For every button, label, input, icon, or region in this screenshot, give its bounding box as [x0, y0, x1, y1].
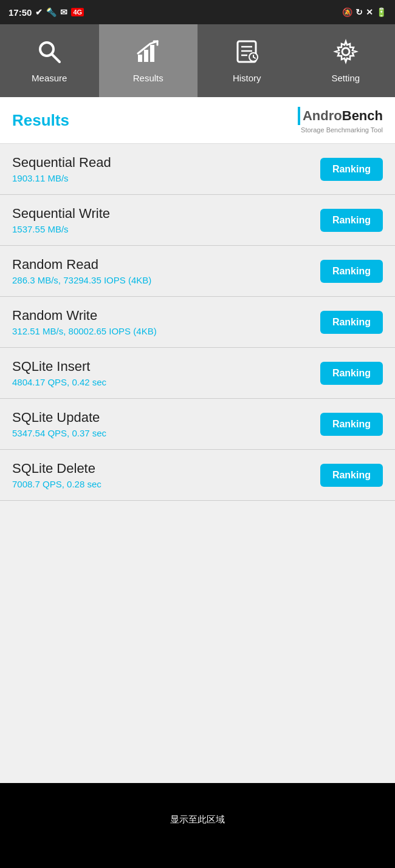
status-mute-icon: 🔕 — [342, 7, 352, 17]
ranking-btn-random-read[interactable]: Ranking — [320, 260, 383, 283]
status-battery-icon: 🔋 — [376, 7, 386, 17]
brand-sub-text: Storage Benchmarking Tool — [298, 126, 383, 134]
status-left: 17:50 ✔ 🔦 ✉ 4G — [9, 7, 84, 18]
empty-space — [0, 501, 395, 622]
tab-measure[interactable]: Measure — [0, 24, 99, 97]
svg-rect-3 — [144, 50, 148, 62]
result-value-random-write: 312.51 MB/s, 80002.65 IOPS (4KB) — [12, 326, 157, 336]
status-right: 🔕 ↻ ✕ 🔋 — [342, 7, 386, 17]
result-info-sqlite-delete: SQLite Delete 7008.7 QPS, 0.28 sec — [12, 461, 101, 489]
status-x-icon: ✕ — [366, 7, 373, 17]
result-list: Sequential Read 1903.11 MB/s Ranking Seq… — [0, 144, 395, 501]
results-icon — [136, 39, 161, 68]
result-info-random-write: Random Write 312.51 MB/s, 80002.65 IOPS … — [12, 308, 157, 336]
ranking-btn-sqlite-delete[interactable]: Ranking — [320, 464, 383, 487]
result-value-sqlite-delete: 7008.7 QPS, 0.28 sec — [12, 479, 101, 489]
tab-measure-label: Measure — [32, 73, 67, 83]
setting-icon — [333, 39, 359, 68]
ranking-btn-sqlite-insert[interactable]: Ranking — [320, 362, 383, 385]
brand-bar-decoration — [298, 107, 300, 125]
result-info-sequential-read: Sequential Read 1903.11 MB/s — [12, 155, 111, 183]
measure-icon — [36, 39, 62, 68]
status-rotate-icon: ↻ — [355, 7, 363, 17]
status-compass-icon: 🔦 — [46, 7, 57, 17]
result-value-sqlite-insert: 4804.17 QPS, 0.42 sec — [12, 377, 106, 387]
results-header: Results AndroBench Storage Benchmarking … — [0, 97, 395, 144]
result-row-sqlite-update: SQLite Update 5347.54 QPS, 0.37 sec Rank… — [0, 399, 395, 450]
page-content: Results AndroBench Storage Benchmarking … — [0, 97, 395, 783]
status-network-icon: 4G — [71, 8, 84, 16]
result-value-sqlite-update: 5347.54 QPS, 0.37 sec — [12, 428, 106, 438]
result-name-sequential-write: Sequential Write — [12, 206, 110, 222]
tab-history-label: History — [233, 73, 261, 83]
result-info-sqlite-insert: SQLite Insert 4804.17 QPS, 0.42 sec — [12, 359, 106, 387]
history-icon — [234, 39, 259, 68]
svg-point-12 — [342, 48, 349, 55]
brand-name: AndroBench — [298, 107, 383, 125]
ranking-btn-sequential-write[interactable]: Ranking — [320, 209, 383, 232]
result-row-sqlite-delete: SQLite Delete 7008.7 QPS, 0.28 sec Ranki… — [0, 450, 395, 501]
status-bar: 17:50 ✔ 🔦 ✉ 4G 🔕 ↻ ✕ 🔋 — [0, 0, 395, 24]
nav-tabs: Measure Results History — [0, 24, 395, 97]
tab-results[interactable]: Results — [99, 24, 198, 97]
ranking-btn-sqlite-update[interactable]: Ranking — [320, 413, 383, 436]
ranking-btn-sequential-read[interactable]: Ranking — [320, 158, 383, 181]
result-value-random-read: 286.3 MB/s, 73294.35 IOPS (4KB) — [12, 275, 151, 285]
bottom-text: 显示至此区域 — [170, 814, 225, 826]
result-name-sqlite-update: SQLite Update — [12, 410, 106, 426]
brand-logo: AndroBench Storage Benchmarking Tool — [298, 107, 383, 134]
result-row-random-write: Random Write 312.51 MB/s, 80002.65 IOPS … — [0, 297, 395, 348]
result-info-random-read: Random Read 286.3 MB/s, 73294.35 IOPS (4… — [12, 257, 151, 285]
tab-history[interactable]: History — [197, 24, 297, 97]
result-row-random-read: Random Read 286.3 MB/s, 73294.35 IOPS (4… — [0, 246, 395, 297]
tab-results-label: Results — [133, 73, 163, 83]
svg-rect-4 — [150, 45, 154, 62]
result-name-sqlite-insert: SQLite Insert — [12, 359, 106, 375]
tab-setting[interactable]: Setting — [297, 24, 396, 97]
brand-bench-text: Bench — [342, 108, 383, 124]
ranking-btn-random-write[interactable]: Ranking — [320, 311, 383, 334]
results-page-title: Results — [12, 111, 69, 130]
result-row-sequential-write: Sequential Write 1537.55 MB/s Ranking — [0, 195, 395, 246]
result-value-sequential-write: 1537.55 MB/s — [12, 224, 110, 234]
result-name-sequential-read: Sequential Read — [12, 155, 111, 171]
result-value-sequential-read: 1903.11 MB/s — [12, 173, 111, 183]
result-name-random-write: Random Write — [12, 308, 157, 324]
result-info-sequential-write: Sequential Write 1537.55 MB/s — [12, 206, 110, 234]
result-name-random-read: Random Read — [12, 257, 151, 273]
svg-rect-2 — [138, 55, 142, 62]
status-check-icon: ✔ — [35, 7, 43, 17]
status-time: 17:50 — [9, 7, 32, 18]
result-row-sqlite-insert: SQLite Insert 4804.17 QPS, 0.42 sec Rank… — [0, 348, 395, 399]
result-name-sqlite-delete: SQLite Delete — [12, 461, 101, 476]
tab-setting-label: Setting — [331, 73, 360, 83]
result-info-sqlite-update: SQLite Update 5347.54 QPS, 0.37 sec — [12, 410, 106, 438]
svg-line-1 — [52, 54, 60, 62]
bottom-area: 显示至此区域 — [0, 783, 395, 856]
result-row-sequential-read: Sequential Read 1903.11 MB/s Ranking — [0, 144, 395, 195]
status-message-icon: ✉ — [60, 7, 67, 17]
brand-andro-text: Andro — [303, 108, 342, 124]
